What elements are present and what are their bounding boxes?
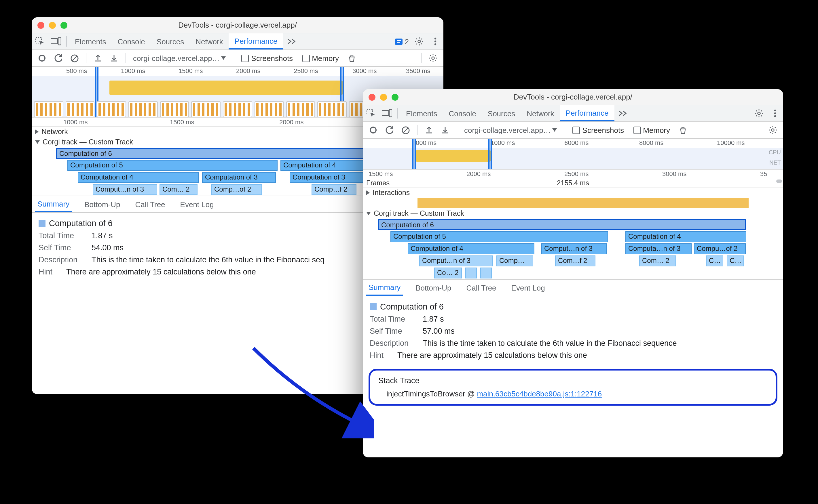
- flame-event[interactable]: Comput…n of 3: [419, 255, 493, 266]
- tab-sources[interactable]: Sources: [151, 33, 190, 49]
- download-button[interactable]: [438, 123, 452, 137]
- clear-button[interactable]: [398, 123, 412, 137]
- frames-row[interactable]: Frames 2155.4 ms: [363, 178, 783, 188]
- overview[interactable]: 000 ms 1000 ms 6000 ms 8000 ms 10000 ms …: [363, 139, 783, 169]
- tab-sources[interactable]: Sources: [482, 105, 521, 121]
- tab-summary[interactable]: Summary: [35, 196, 72, 212]
- tab-network[interactable]: Network: [190, 33, 229, 49]
- flame-event[interactable]: Com…f 2: [555, 255, 595, 266]
- flame-event[interactable]: Computation of 5: [67, 160, 278, 171]
- screenshot-thumb[interactable]: [317, 101, 346, 117]
- screenshot-thumb[interactable]: [160, 101, 189, 117]
- tab-event-log[interactable]: Event Log: [178, 196, 216, 212]
- capture-settings-icon[interactable]: [426, 51, 440, 65]
- record-button[interactable]: [366, 123, 380, 137]
- interaction-span[interactable]: [417, 198, 749, 208]
- recording-selector[interactable]: corgi-collage.vercel.app…: [462, 126, 559, 134]
- flame-event[interactable]: Com… 2: [639, 255, 676, 266]
- screenshot-thumb[interactable]: [255, 101, 284, 117]
- flame-event[interactable]: Computation of 3: [202, 172, 276, 183]
- tab-console[interactable]: Console: [443, 105, 482, 121]
- inspect-icon[interactable]: [363, 105, 379, 121]
- overview-handle-right[interactable]: [488, 139, 492, 169]
- screenshot-thumb[interactable]: [128, 101, 157, 117]
- reload-button[interactable]: [51, 51, 65, 65]
- tab-performance[interactable]: Performance: [560, 105, 615, 121]
- tab-summary[interactable]: Summary: [366, 280, 403, 296]
- vertical-scrollbar[interactable]: [776, 178, 782, 187]
- screenshot-thumb[interactable]: [65, 101, 94, 117]
- custom-track-header[interactable]: Corgi track — Custom Track: [363, 208, 783, 219]
- screenshot-thumb[interactable]: [97, 101, 126, 117]
- upload-button[interactable]: [91, 51, 105, 65]
- flame-event[interactable]: Computation of 4: [408, 243, 534, 254]
- memory-checkbox[interactable]: Memory: [302, 54, 339, 62]
- close-icon[interactable]: [369, 93, 375, 100]
- flame-event[interactable]: C…: [727, 255, 744, 266]
- overflow-tabs-icon[interactable]: [283, 33, 299, 49]
- flame-event[interactable]: Computation of 6: [378, 219, 746, 230]
- minimize-icon[interactable]: [380, 93, 387, 100]
- clear-button[interactable]: [67, 51, 81, 65]
- flame-event[interactable]: Comp…f 2: [312, 184, 356, 195]
- overview-handle-left[interactable]: [412, 139, 416, 169]
- flame-event[interactable]: Computation of 5: [390, 231, 608, 242]
- titlebar[interactable]: DevTools - corgi-collage.vercel.app/: [32, 17, 443, 33]
- device-icon[interactable]: [379, 105, 395, 121]
- device-icon[interactable]: [48, 33, 64, 49]
- tracks[interactable]: Interactions Corgi track — Custom Track …: [363, 188, 783, 279]
- tab-elements[interactable]: Elements: [69, 33, 112, 49]
- screenshots-checkbox[interactable]: Screenshots: [573, 126, 624, 134]
- flame-event[interactable]: [480, 268, 492, 278]
- flame-event[interactable]: Computation of 4: [78, 172, 199, 183]
- stack-trace-link[interactable]: main.63cb5c4bde8be90a.js:1:122716: [477, 390, 602, 398]
- tab-network[interactable]: Network: [521, 105, 560, 121]
- capture-settings-icon[interactable]: [766, 123, 780, 137]
- tab-bottom-up[interactable]: Bottom-Up: [413, 280, 453, 296]
- tab-elements[interactable]: Elements: [400, 105, 443, 121]
- tab-event-log[interactable]: Event Log: [509, 280, 547, 296]
- flame-event[interactable]: Comput…n of 3: [93, 184, 157, 195]
- flame-event[interactable]: Compu…of 2: [694, 243, 746, 254]
- memory-checkbox[interactable]: Memory: [633, 126, 670, 134]
- flame-event[interactable]: Comput…n of 3: [541, 243, 607, 254]
- tab-console[interactable]: Console: [112, 33, 150, 49]
- flame-event[interactable]: Comp…f 2: [496, 255, 533, 266]
- settings-icon[interactable]: [751, 105, 767, 121]
- gc-button[interactable]: [345, 51, 359, 65]
- issues-button[interactable]: 2: [392, 33, 411, 49]
- flame-event[interactable]: Computation of 6: [56, 148, 401, 159]
- kebab-icon[interactable]: [767, 105, 783, 121]
- upload-button[interactable]: [422, 123, 436, 137]
- screenshot-thumb[interactable]: [34, 101, 63, 117]
- tab-performance[interactable]: Performance: [229, 33, 283, 49]
- screenshot-thumb[interactable]: [191, 101, 221, 117]
- download-button[interactable]: [107, 51, 121, 65]
- minimize-icon[interactable]: [49, 22, 56, 28]
- zoom-icon[interactable]: [60, 22, 67, 28]
- inspect-icon[interactable]: [32, 33, 48, 49]
- screenshot-thumb[interactable]: [286, 101, 315, 117]
- screenshots-checkbox[interactable]: Screenshots: [242, 54, 293, 62]
- tab-bottom-up[interactable]: Bottom-Up: [82, 196, 122, 212]
- interactions-track-header[interactable]: Interactions: [363, 188, 783, 198]
- flame-event[interactable]: Comp…of 2: [211, 184, 262, 195]
- flame-event[interactable]: Co… 2: [434, 268, 462, 278]
- titlebar[interactable]: DevTools - corgi-collage.vercel.app/: [363, 89, 783, 105]
- gc-button[interactable]: [676, 123, 690, 137]
- settings-icon[interactable]: [411, 33, 427, 49]
- close-icon[interactable]: [37, 22, 44, 28]
- kebab-icon[interactable]: [427, 33, 443, 49]
- flame-event[interactable]: Computation of 4: [626, 231, 746, 242]
- tab-call-tree[interactable]: Call Tree: [464, 280, 499, 296]
- flame-event[interactable]: Com… 2: [159, 184, 197, 195]
- zoom-icon[interactable]: [392, 93, 398, 100]
- screenshot-thumb[interactable]: [223, 101, 252, 117]
- tab-call-tree[interactable]: Call Tree: [133, 196, 167, 212]
- reload-button[interactable]: [382, 123, 396, 137]
- flame-event[interactable]: C…: [706, 255, 723, 266]
- overflow-tabs-icon[interactable]: [614, 105, 630, 121]
- flame-event[interactable]: Computa…n of 3: [626, 243, 692, 254]
- record-button[interactable]: [35, 51, 49, 65]
- recording-selector[interactable]: corgi-collage.vercel.app…: [131, 54, 228, 62]
